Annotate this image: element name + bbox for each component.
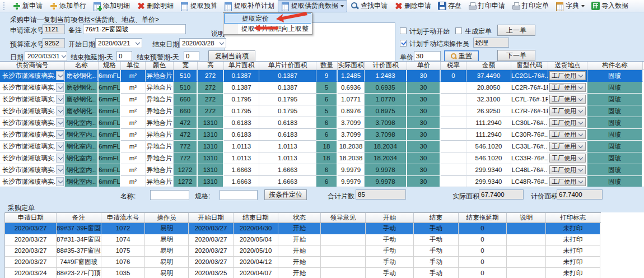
next-order-button[interactable]: 下一单 [497,50,535,61]
order-row[interactable]: 2020/03/2787#31-34F窗固玻1074易明2020/03/2720… [5,234,601,245]
table-cell[interactable]: m² [121,82,146,94]
supplier-combo[interactable]: 长沙市潇湘玻璃实.. [0,94,65,105]
supplier-combo[interactable]: 长沙市潇湘玻璃实.. [0,82,65,94]
table-cell[interactable]: 手动 [366,245,414,257]
table-cell[interactable]: 1.2485 [338,70,365,82]
delivery-combo[interactable]: 工厂使用 [548,105,587,117]
combo-caret[interactable] [56,177,64,186]
toolbar-button-9[interactable]: 删除申请 [391,0,435,12]
table-cell[interactable]: 1310 [198,141,224,152]
supplier-combo[interactable]: 长沙市潇湘玻璃实.. [0,105,65,117]
table-cell[interactable]: 1.0113 [259,141,316,152]
table-cell[interactable]: 2020/03/25 [189,268,234,278]
table-cell[interactable]: 易明 [145,234,189,245]
table-cell[interactable]: 易明 [145,245,189,257]
column-header[interactable]: 宽 [174,62,198,70]
table-cell[interactable] [321,268,366,278]
table-cell[interactable]: 1072 [101,223,145,234]
table-cell[interactable] [507,223,546,234]
table-cell[interactable]: m² [121,129,146,141]
table-cell[interactable]: 1.6663 [224,176,259,188]
table-cell[interactable]: 0.1795 [259,105,316,117]
column-header[interactable]: 开始日期 [189,213,234,223]
end-date-combo[interactable]: 2020/03/28 [179,38,226,48]
table-cell[interactable]: 5 [316,82,338,94]
table-cell[interactable] [507,245,546,257]
table-cell[interactable]: 0.1387 [259,70,316,82]
table-cell[interactable]: 2020/05/04 [234,234,278,245]
column-header[interactable]: 开始 [366,213,414,223]
table-cell[interactable]: 20.8050 [466,82,511,94]
combo-caret[interactable] [56,118,64,127]
table-cell[interactable]: 272 [198,94,224,105]
table-cell[interactable]: 546.1020 [466,152,511,164]
reset-button[interactable]: 重置 [444,50,479,62]
table-cell[interactable] [441,105,466,117]
filter-spec-input[interactable] [220,190,258,200]
table-cell[interactable]: 2020/03/27 [189,245,234,257]
table-cell[interactable]: 111.2940 [466,129,511,141]
table-cell[interactable]: 0.1795 [224,105,259,117]
column-header[interactable]: 单价 [407,62,441,70]
table-cell[interactable]: 1310 [198,164,224,176]
table-row[interactable]: 长沙市潇湘玻璃实..钢化室内..6mmFLE..m²异地合片127213101.… [0,176,644,188]
table-cell[interactable]: 9.9979 [338,176,365,188]
table-cell[interactable]: 6 [316,129,338,141]
table-cell[interactable]: 272 [198,105,224,117]
table-cell[interactable]: 2020/04/07 [234,268,278,278]
table-cell[interactable]: 0.6183 [224,129,259,141]
table-cell[interactable]: 272 [198,70,224,82]
table-cell[interactable]: 272 [198,82,224,94]
toolbar-button-4[interactable]: 删除明细 [133,0,177,12]
table-cell[interactable]: 6mmFLE.. [99,105,121,117]
order-row[interactable]: 2020/03/2788#35-37F窗固玻1075易明2020/03/2720… [5,245,601,257]
table-cell[interactable]: 2020/04/30 [234,223,278,234]
table-cell[interactable]: LC7R-76#-1FO [511,105,548,117]
table-cell[interactable]: LC7L-76#-1FO [511,94,548,105]
column-header[interactable]: 计价面积 [365,62,407,70]
table-cell[interactable]: 3.7098 [365,117,407,129]
supplier-combo[interactable]: 长沙市潇湘玻璃实.. [0,152,65,164]
table-cell[interactable]: 固玻 [587,94,643,105]
combo-caret[interactable] [56,106,64,115]
delivery-combo[interactable]: 工厂使用 [548,164,587,176]
column-header[interactable]: 名称 [65,62,99,70]
order-row[interactable]: 2020/03/2774#9F窗固玻1076易明2020/03/272020/0… [5,257,601,268]
column-header[interactable]: 金额 [466,62,511,70]
column-header[interactable]: 申请流水号 [101,213,145,223]
supplier-combo[interactable]: 长沙市潇湘玻璃实.. [0,129,65,141]
combo-caret[interactable] [56,83,64,92]
table-cell[interactable]: 手动 [366,234,414,245]
delivery-combo[interactable]: 工厂使用 [548,152,587,164]
table-cell[interactable]: 异地合片 [146,82,174,94]
column-header[interactable]: 规格 [99,62,121,70]
delivery-combo[interactable]: 工厂使用 [548,141,587,152]
table-cell[interactable]: 18.2034 [365,141,407,152]
table-cell[interactable]: 89#37-39F窗固玻 [57,223,101,234]
supplier-combo[interactable]: 长沙市潇湘玻璃实.. [0,141,65,152]
delivery-combo[interactable]: 工厂使用 [548,82,587,94]
table-cell[interactable]: 2020/03/27 [189,257,234,268]
table-cell[interactable]: 88#23-27F门顶玻 [57,268,101,278]
combo-caret[interactable] [56,154,64,163]
table-cell[interactable]: 0.6935 [365,82,407,94]
plan-manual-start-checkbox[interactable] [400,27,407,34]
column-header[interactable]: 单片计价面积 [259,62,316,70]
table-cell[interactable]: 0 [459,268,507,278]
table-cell[interactable]: 1.6663 [259,176,316,188]
toolbar-button-6[interactable]: 提取补单计划 [221,0,278,12]
table-cell[interactable]: LC33L-76#.. [511,141,548,152]
table-cell[interactable]: 30 [407,70,441,82]
table-cell[interactable]: 手动 [414,268,459,278]
table-cell[interactable] [441,94,466,105]
table-cell[interactable]: 6mmFLE.. [99,70,121,82]
table-cell[interactable]: 手动 [414,234,459,245]
table-cell[interactable]: 1.0771 [338,94,365,105]
column-header[interactable]: 结束日期 [234,213,278,223]
table-cell[interactable]: 1272 [174,164,198,176]
table-cell[interactable] [507,268,546,278]
table-row[interactable]: 长沙市潇湘玻璃实..磨砂钢化..6mmFLE..m²异地合片6602720.17… [0,94,644,105]
column-header[interactable]: 打印标志 [546,213,600,223]
column-header[interactable]: 实际面积 [338,62,365,70]
table-cell[interactable]: 30 [407,141,441,152]
